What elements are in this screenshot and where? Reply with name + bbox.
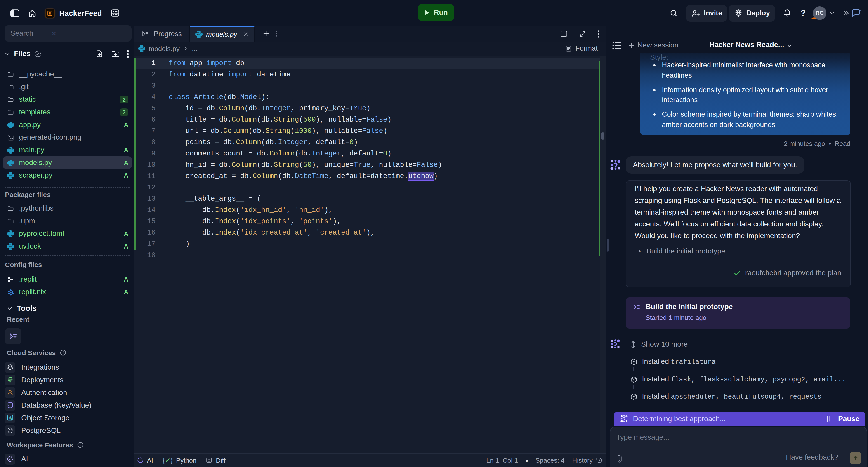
- svg-text:01: 01: [9, 418, 12, 420]
